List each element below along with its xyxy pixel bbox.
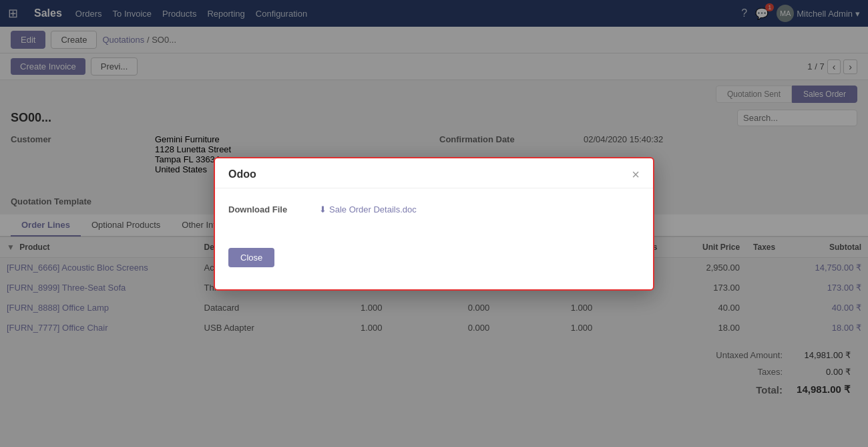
modal-title: Odoo bbox=[228, 168, 256, 180]
download-icon: ⬇ bbox=[319, 204, 327, 214]
close-modal-button[interactable]: Close bbox=[228, 248, 274, 267]
modal: Odoo × Download File ⬇ Sale Order Detail… bbox=[214, 157, 654, 291]
modal-close-button[interactable]: × bbox=[632, 168, 640, 181]
download-row: Download File ⬇ Sale Order Details.doc bbox=[228, 204, 640, 214]
download-file-name: Sale Order Details.doc bbox=[329, 204, 417, 214]
modal-header: Odoo × bbox=[215, 158, 653, 188]
download-link[interactable]: ⬇ Sale Order Details.doc bbox=[319, 204, 417, 214]
modal-overlay[interactable]: Odoo × Download File ⬇ Sale Order Detail… bbox=[0, 0, 868, 408]
download-label: Download File bbox=[228, 204, 308, 214]
modal-body: Download File ⬇ Sale Order Details.doc bbox=[215, 188, 653, 241]
modal-footer: Close bbox=[215, 241, 653, 278]
